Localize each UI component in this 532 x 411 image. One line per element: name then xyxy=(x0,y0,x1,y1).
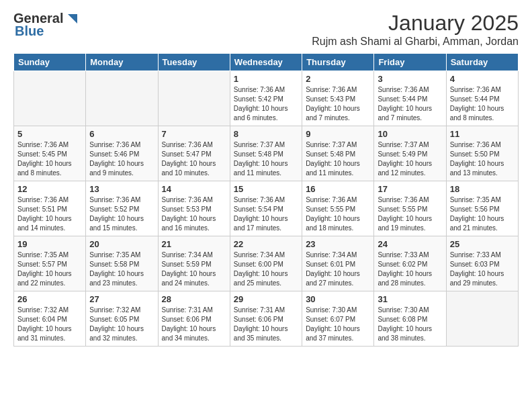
table-row: 9Sunrise: 7:37 AMSunset: 5:48 PMDaylight… xyxy=(302,126,374,181)
table-row: 31Sunrise: 7:30 AMSunset: 6:08 PMDayligh… xyxy=(374,291,446,347)
day-info: Sunrise: 7:37 AMSunset: 5:49 PMDaylight:… xyxy=(378,140,442,178)
day-number: 16 xyxy=(306,184,370,194)
day-info: Sunrise: 7:30 AMSunset: 6:08 PMDaylight:… xyxy=(378,306,442,343)
day-info: Sunrise: 7:36 AMSunset: 5:42 PMDaylight:… xyxy=(234,85,298,123)
day-info: Sunrise: 7:36 AMSunset: 5:54 PMDaylight:… xyxy=(234,195,298,233)
day-info: Sunrise: 7:36 AMSunset: 5:45 PMDaylight:… xyxy=(17,140,82,178)
table-row: 1Sunrise: 7:36 AMSunset: 5:42 PMDaylight… xyxy=(230,71,302,126)
table-row: 23Sunrise: 7:34 AMSunset: 6:01 PMDayligh… xyxy=(302,236,374,291)
day-number: 20 xyxy=(89,239,154,249)
day-info: Sunrise: 7:34 AMSunset: 6:01 PMDaylight:… xyxy=(306,250,370,288)
day-number: 9 xyxy=(306,129,370,139)
col-monday: Monday xyxy=(86,54,158,71)
table-row: 4Sunrise: 7:36 AMSunset: 5:44 PMDaylight… xyxy=(446,71,518,126)
day-info: Sunrise: 7:36 AMSunset: 5:53 PMDaylight:… xyxy=(162,195,226,233)
day-number: 23 xyxy=(306,239,370,249)
day-number: 31 xyxy=(378,294,442,304)
day-info: Sunrise: 7:36 AMSunset: 5:55 PMDaylight:… xyxy=(378,195,442,233)
day-info: Sunrise: 7:36 AMSunset: 5:55 PMDaylight:… xyxy=(306,195,370,233)
table-row: 14Sunrise: 7:36 AMSunset: 5:53 PMDayligh… xyxy=(158,181,230,236)
header: General Blue January 2025 Rujm ash Shami… xyxy=(13,11,519,48)
calendar-week-row: 12Sunrise: 7:36 AMSunset: 5:51 PMDayligh… xyxy=(14,181,519,236)
table-row: 12Sunrise: 7:36 AMSunset: 5:51 PMDayligh… xyxy=(14,181,86,236)
day-info: Sunrise: 7:36 AMSunset: 5:43 PMDaylight:… xyxy=(306,85,370,123)
day-number: 24 xyxy=(378,239,442,249)
day-info: Sunrise: 7:30 AMSunset: 6:07 PMDaylight:… xyxy=(306,306,370,343)
logo-blue: Blue xyxy=(15,24,44,39)
col-friday: Friday xyxy=(374,54,446,71)
day-info: Sunrise: 7:35 AMSunset: 5:56 PMDaylight:… xyxy=(450,195,515,233)
table-row: 8Sunrise: 7:37 AMSunset: 5:48 PMDaylight… xyxy=(230,126,302,181)
day-number: 14 xyxy=(162,184,226,194)
day-info: Sunrise: 7:36 AMSunset: 5:46 PMDaylight:… xyxy=(89,140,154,178)
col-wednesday: Wednesday xyxy=(230,54,302,71)
day-number: 11 xyxy=(450,129,515,139)
calendar-week-row: 5Sunrise: 7:36 AMSunset: 5:45 PMDaylight… xyxy=(14,126,519,181)
table-row: 26Sunrise: 7:32 AMSunset: 6:04 PMDayligh… xyxy=(14,291,86,347)
day-number: 1 xyxy=(234,74,298,84)
day-info: Sunrise: 7:36 AMSunset: 5:52 PMDaylight:… xyxy=(89,195,154,233)
col-sunday: Sunday xyxy=(14,54,86,71)
day-info: Sunrise: 7:37 AMSunset: 5:48 PMDaylight:… xyxy=(234,140,298,178)
day-info: Sunrise: 7:36 AMSunset: 5:44 PMDaylight:… xyxy=(450,85,515,123)
day-number: 28 xyxy=(162,294,226,304)
table-row: 21Sunrise: 7:34 AMSunset: 5:59 PMDayligh… xyxy=(158,236,230,291)
table-row xyxy=(14,71,86,126)
table-row: 6Sunrise: 7:36 AMSunset: 5:46 PMDaylight… xyxy=(86,126,158,181)
day-number: 10 xyxy=(378,129,442,139)
day-number: 29 xyxy=(234,294,298,304)
table-row: 16Sunrise: 7:36 AMSunset: 5:55 PMDayligh… xyxy=(302,181,374,236)
table-row: 27Sunrise: 7:32 AMSunset: 6:05 PMDayligh… xyxy=(86,291,158,347)
col-tuesday: Tuesday xyxy=(158,54,230,71)
day-number: 6 xyxy=(89,129,154,139)
table-row xyxy=(86,71,158,126)
table-row: 7Sunrise: 7:36 AMSunset: 5:47 PMDaylight… xyxy=(158,126,230,181)
location-title: Rujm ash Shami al Gharbi, Amman, Jordan xyxy=(312,36,519,48)
day-info: Sunrise: 7:33 AMSunset: 6:03 PMDaylight:… xyxy=(450,250,515,288)
calendar-week-row: 1Sunrise: 7:36 AMSunset: 5:42 PMDaylight… xyxy=(14,71,519,126)
day-info: Sunrise: 7:32 AMSunset: 6:04 PMDaylight:… xyxy=(17,306,82,343)
table-row: 24Sunrise: 7:33 AMSunset: 6:02 PMDayligh… xyxy=(374,236,446,291)
table-row: 18Sunrise: 7:35 AMSunset: 5:56 PMDayligh… xyxy=(446,181,518,236)
day-info: Sunrise: 7:37 AMSunset: 5:48 PMDaylight:… xyxy=(306,140,370,178)
day-number: 7 xyxy=(162,129,226,139)
page: General Blue January 2025 Rujm ash Shami… xyxy=(0,0,532,353)
day-info: Sunrise: 7:36 AMSunset: 5:47 PMDaylight:… xyxy=(162,140,226,178)
day-info: Sunrise: 7:36 AMSunset: 5:50 PMDaylight:… xyxy=(450,140,515,178)
table-row xyxy=(446,291,518,347)
day-number: 25 xyxy=(450,239,515,249)
calendar-week-row: 26Sunrise: 7:32 AMSunset: 6:04 PMDayligh… xyxy=(14,291,519,347)
day-number: 5 xyxy=(17,129,82,139)
day-info: Sunrise: 7:33 AMSunset: 6:02 PMDaylight:… xyxy=(378,250,442,288)
day-number: 26 xyxy=(17,294,82,304)
day-number: 18 xyxy=(450,184,515,194)
table-row: 19Sunrise: 7:35 AMSunset: 5:57 PMDayligh… xyxy=(14,236,86,291)
day-number: 3 xyxy=(378,74,442,84)
day-number: 15 xyxy=(234,184,298,194)
table-row: 28Sunrise: 7:31 AMSunset: 6:06 PMDayligh… xyxy=(158,291,230,347)
table-row: 11Sunrise: 7:36 AMSunset: 5:50 PMDayligh… xyxy=(446,126,518,181)
table-row: 17Sunrise: 7:36 AMSunset: 5:55 PMDayligh… xyxy=(374,181,446,236)
table-row: 3Sunrise: 7:36 AMSunset: 5:44 PMDaylight… xyxy=(374,71,446,126)
logo: General Blue xyxy=(13,11,79,39)
table-row: 5Sunrise: 7:36 AMSunset: 5:45 PMDaylight… xyxy=(14,126,86,181)
day-number: 2 xyxy=(306,74,370,84)
day-number: 19 xyxy=(17,239,82,249)
day-info: Sunrise: 7:31 AMSunset: 6:06 PMDaylight:… xyxy=(162,306,226,343)
day-number: 13 xyxy=(89,184,154,194)
logo-icon xyxy=(64,11,79,26)
table-row: 20Sunrise: 7:35 AMSunset: 5:58 PMDayligh… xyxy=(86,236,158,291)
day-info: Sunrise: 7:35 AMSunset: 5:57 PMDaylight:… xyxy=(17,250,82,288)
day-number: 12 xyxy=(17,184,82,194)
day-info: Sunrise: 7:35 AMSunset: 5:58 PMDaylight:… xyxy=(89,250,154,288)
day-number: 8 xyxy=(234,129,298,139)
svg-marker-0 xyxy=(68,14,77,24)
day-info: Sunrise: 7:34 AMSunset: 5:59 PMDaylight:… xyxy=(162,250,226,288)
calendar-header-row: Sunday Monday Tuesday Wednesday Thursday… xyxy=(14,54,519,71)
table-row xyxy=(158,71,230,126)
table-row: 30Sunrise: 7:30 AMSunset: 6:07 PMDayligh… xyxy=(302,291,374,347)
col-thursday: Thursday xyxy=(302,54,374,71)
day-info: Sunrise: 7:36 AMSunset: 5:51 PMDaylight:… xyxy=(17,195,82,233)
day-info: Sunrise: 7:34 AMSunset: 6:00 PMDaylight:… xyxy=(234,250,298,288)
calendar-week-row: 19Sunrise: 7:35 AMSunset: 5:57 PMDayligh… xyxy=(14,236,519,291)
